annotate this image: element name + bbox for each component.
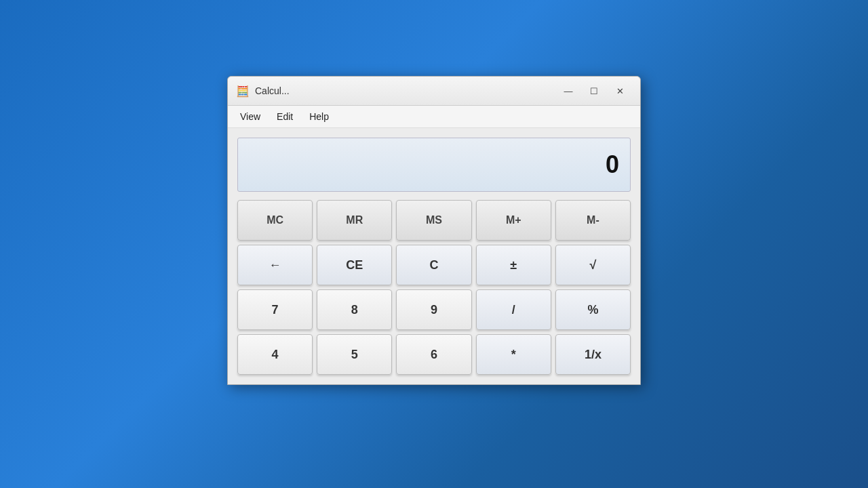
button-multiply[interactable]: * xyxy=(476,334,551,375)
title-bar: 🧮 Calcul... — ☐ ✕ xyxy=(228,77,640,106)
close-button[interactable]: ✕ xyxy=(608,82,632,100)
title-bar-left: 🧮 Calcul... xyxy=(236,84,290,98)
menu-bar: View Edit Help xyxy=(228,106,640,128)
button-5[interactable]: 5 xyxy=(317,334,392,375)
calculator-body: 0 MC MR MS M+ M- ← CE C ± √ 7 xyxy=(228,128,640,384)
maximize-button[interactable]: ☐ xyxy=(582,82,606,100)
window-title: Calcul... xyxy=(255,85,290,96)
display-value: 0 xyxy=(606,150,619,179)
minimize-button[interactable]: — xyxy=(556,82,580,100)
button-mplus[interactable]: M+ xyxy=(476,200,551,241)
menu-edit[interactable]: Edit xyxy=(270,108,300,125)
button-mminus[interactable]: M- xyxy=(555,200,631,241)
button-plusminus[interactable]: ± xyxy=(476,245,551,285)
buttons-grid: MC MR MS M+ M- ← CE C ± √ 7 8 9 / % xyxy=(237,200,631,375)
button-backspace[interactable]: ← xyxy=(237,245,313,285)
control-row: ← CE C ± √ xyxy=(237,245,631,285)
app-icon: 🧮 xyxy=(236,84,250,98)
button-6[interactable]: 6 xyxy=(396,334,471,375)
row-456: 4 5 6 * 1/x xyxy=(237,334,631,375)
button-4[interactable]: 4 xyxy=(237,334,313,375)
button-ce[interactable]: CE xyxy=(317,245,392,285)
menu-help[interactable]: Help xyxy=(302,108,336,125)
window-controls: — ☐ ✕ xyxy=(556,82,632,100)
button-ms[interactable]: MS xyxy=(396,200,471,241)
memory-row: MC MR MS M+ M- xyxy=(237,200,631,241)
button-9[interactable]: 9 xyxy=(396,289,471,330)
button-sqrt[interactable]: √ xyxy=(555,245,631,285)
button-mr[interactable]: MR xyxy=(317,200,392,241)
calculator-window: 🧮 Calcul... — ☐ ✕ View Edit Help 0 MC MR… xyxy=(227,76,641,385)
button-mc[interactable]: MC xyxy=(237,200,313,241)
button-c[interactable]: C xyxy=(396,245,471,285)
button-reciprocal[interactable]: 1/x xyxy=(555,334,631,375)
button-divide[interactable]: / xyxy=(476,289,551,330)
button-8[interactable]: 8 xyxy=(317,289,392,330)
button-7[interactable]: 7 xyxy=(237,289,313,330)
row-789: 7 8 9 / % xyxy=(237,289,631,330)
display-screen: 0 xyxy=(237,138,631,192)
menu-view[interactable]: View xyxy=(233,108,267,125)
button-percent[interactable]: % xyxy=(555,289,631,330)
